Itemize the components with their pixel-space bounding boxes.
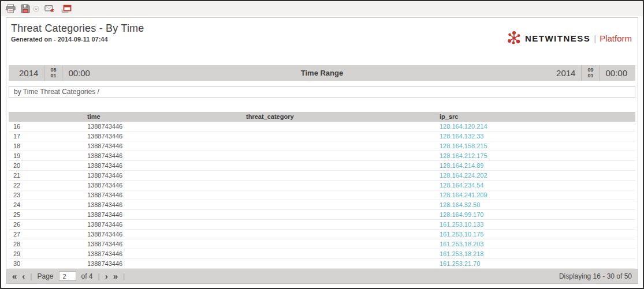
cell-ip-src-link[interactable]: 161.253.10.133 xyxy=(435,220,635,230)
time-range-label: Time Range xyxy=(9,65,635,81)
table-row: 181388743446128.164.158.215 xyxy=(9,141,635,151)
table-row: 191388743446128.164.212.175 xyxy=(9,151,635,161)
cell-ip-src-link[interactable]: 161.253.21.70 xyxy=(435,259,635,269)
cell-time: 1388743446 xyxy=(83,141,241,151)
cell-ip-src-link[interactable]: 128.164.214.89 xyxy=(435,161,635,171)
table-header-row: time threat_category ip_src xyxy=(9,112,635,122)
cell-ip-src-link[interactable]: 128.164.241.209 xyxy=(435,190,635,200)
cell-threat-category xyxy=(241,230,435,239)
cell-threat-category xyxy=(241,141,435,151)
save-icon[interactable] xyxy=(21,4,30,13)
logo-brand-text: NETWITNESS xyxy=(525,33,590,43)
next-page-button[interactable]: › xyxy=(105,272,108,280)
cell-ip-src-link[interactable]: 128.164.32.50 xyxy=(435,200,635,210)
open-window-icon[interactable] xyxy=(61,5,72,13)
cell-time: 1388743446 xyxy=(83,230,241,239)
cell-ip-src-link[interactable]: 128.164.120.214 xyxy=(435,122,635,132)
time-range-bar: 2014 08 01 00:00 Time Range 2014 09 01 0… xyxy=(9,65,635,81)
cell-threat-category xyxy=(241,161,435,171)
cell-threat-category xyxy=(241,132,435,141)
table-row: 291388743446161.253.18.218 xyxy=(9,249,635,259)
column-header-ip-src[interactable]: ip_src xyxy=(435,112,635,122)
cell-time: 1388743446 xyxy=(83,220,241,230)
cell-row-index: 30 xyxy=(9,259,83,269)
save-dropdown-icon[interactable] xyxy=(33,6,39,12)
pagination-separator: | xyxy=(123,272,125,280)
cell-time: 1388743446 xyxy=(83,239,241,249)
cell-row-index: 29 xyxy=(9,249,83,259)
start-month: 08 xyxy=(50,67,56,73)
cell-threat-category xyxy=(241,200,435,210)
table-row: 261388743446161.253.10.133 xyxy=(9,220,635,230)
cell-threat-category xyxy=(241,239,435,249)
cell-row-index: 24 xyxy=(9,200,83,210)
cell-time: 1388743446 xyxy=(83,210,241,220)
email-report-icon[interactable] xyxy=(44,5,55,13)
cell-row-index: 18 xyxy=(9,141,83,151)
column-header-time[interactable]: time xyxy=(83,112,241,122)
page-number-input[interactable] xyxy=(59,271,76,281)
time-range-start: 2014 08 01 00:00 xyxy=(9,65,96,81)
logo-product-text: Platform xyxy=(600,33,632,43)
prev-page-button[interactable]: ‹ xyxy=(22,272,25,280)
cell-ip-src-link[interactable]: 128.164.158.215 xyxy=(435,141,635,151)
first-page-button[interactable]: « xyxy=(12,272,17,280)
breadcrumb[interactable]: by Time Threat Categories / xyxy=(9,86,635,98)
cell-threat-category xyxy=(241,210,435,220)
page-count-label: of 4 xyxy=(81,272,93,280)
cell-time: 1388743446 xyxy=(83,249,241,259)
table-row: 211388743446128.164.224.202 xyxy=(9,171,635,181)
table-row: 241388743446128.164.32.50 xyxy=(9,200,635,210)
toolbar xyxy=(1,1,643,16)
cell-time: 1388743446 xyxy=(83,151,241,161)
cell-row-index: 17 xyxy=(9,132,83,141)
cell-row-index: 20 xyxy=(9,161,83,171)
start-month-day: 08 01 xyxy=(44,65,62,81)
end-year: 2014 xyxy=(550,65,581,81)
cell-ip-src-link[interactable]: 128.164.212.175 xyxy=(435,151,635,161)
displaying-status: Displaying 16 - 30 of 50 xyxy=(559,272,632,280)
cell-threat-category xyxy=(241,122,435,132)
print-icon[interactable] xyxy=(6,4,16,13)
cell-ip-src-link[interactable]: 128.164.99.170 xyxy=(435,210,635,220)
table-row: 251388743446128.164.99.170 xyxy=(9,210,635,220)
cell-time: 1388743446 xyxy=(83,171,241,181)
cell-ip-src-link[interactable]: 161.253.10.175 xyxy=(435,230,635,239)
cell-row-index: 27 xyxy=(9,230,83,239)
start-time: 00:00 xyxy=(62,65,96,81)
generated-on-label: Generated on - 2014-09-11 07:44 xyxy=(11,36,144,43)
column-header-index xyxy=(9,112,83,122)
table-row: 281388743446161.253.18.203 xyxy=(9,239,635,249)
cell-ip-src-link[interactable]: 161.253.18.218 xyxy=(435,249,635,259)
column-header-threat-category[interactable]: threat_category xyxy=(241,112,435,122)
table-row: 201388743446128.164.214.89 xyxy=(9,161,635,171)
cell-row-index: 21 xyxy=(9,171,83,181)
cell-row-index: 19 xyxy=(9,151,83,161)
time-range-end: 2014 09 01 00:00 xyxy=(550,65,635,81)
title-block: Threat Categories - By Time Generated on… xyxy=(11,22,144,43)
cell-threat-category xyxy=(241,220,435,230)
cell-time: 1388743446 xyxy=(83,161,241,171)
pagination-bar: « ‹ | Page of 4 | › » | Displaying 16 - … xyxy=(6,269,638,283)
table-row: 221388743446128.164.234.54 xyxy=(9,181,635,190)
cell-ip-src-link[interactable]: 128.164.132.33 xyxy=(435,132,635,141)
cell-threat-category xyxy=(241,151,435,161)
table-row: 171388743446128.164.132.33 xyxy=(9,132,635,141)
logo-divider: | xyxy=(590,33,600,43)
netwitness-logo: NETWITNESS | Platform xyxy=(507,31,632,46)
pagination-separator: | xyxy=(30,272,32,280)
start-year: 2014 xyxy=(9,65,44,81)
cell-row-index: 25 xyxy=(9,210,83,220)
end-day: 01 xyxy=(587,73,593,78)
report-header: Threat Categories - By Time Generated on… xyxy=(6,18,638,46)
cell-row-index: 16 xyxy=(9,122,83,132)
cell-ip-src-link[interactable]: 128.164.224.202 xyxy=(435,171,635,181)
cell-ip-src-link[interactable]: 128.164.234.54 xyxy=(435,181,635,190)
cell-ip-src-link[interactable]: 161.253.18.203 xyxy=(435,239,635,249)
last-page-button[interactable]: » xyxy=(113,272,118,280)
page-label: Page xyxy=(37,272,53,280)
cell-time: 1388743446 xyxy=(83,200,241,210)
report-panel: Threat Categories - By Time Generated on… xyxy=(6,17,638,284)
end-month-day: 09 01 xyxy=(581,65,599,81)
cell-row-index: 28 xyxy=(9,239,83,249)
